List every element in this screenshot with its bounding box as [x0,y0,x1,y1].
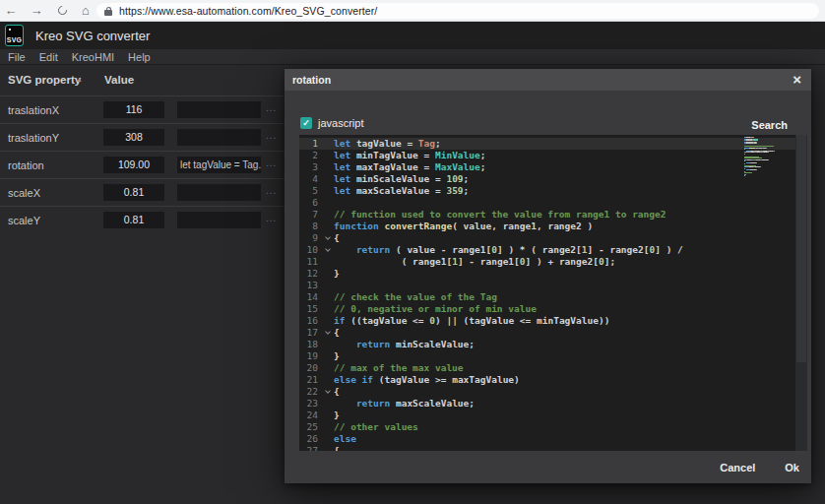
line-number: 19 [299,350,321,362]
code-line: 22{ [299,386,807,398]
fold-chevron-icon[interactable] [321,386,334,398]
fold-chevron-icon[interactable] [321,232,334,244]
line-number: 26 [299,433,321,445]
menu-item-file[interactable]: File [8,51,26,63]
fold-gutter [321,185,334,197]
script-field[interactable] [177,184,261,201]
editor-scrollbar[interactable] [795,135,807,451]
javascript-checkbox[interactable]: ✓ [300,117,312,129]
more-button[interactable]: ... [266,213,277,223]
code-line: 23 return maxScaleValue; [299,398,807,410]
column-header-svg-property[interactable]: SVG property [8,74,81,86]
url-text: https://www.esa-automation.com/Kreo_SVG_… [119,5,377,17]
line-number: 1 [299,138,321,150]
scrollbar-slider[interactable] [796,135,806,362]
table-row: traslationY308... [0,123,291,151]
script-field[interactable]: let tagValue = Tag... [177,157,261,173]
line-number: 22 [299,386,321,398]
line-number: 6 [299,197,321,209]
code-line: 15// 0, negative or minor of min value [299,303,807,315]
value-field[interactable]: 0.81 [103,212,164,228]
code-text: } [334,350,340,362]
script-field[interactable] [177,129,261,146]
back-icon[interactable]: ← [2,2,20,20]
code-line: 4let minScaleValue = 109; [299,173,807,185]
more-button[interactable]: ... [266,158,277,168]
cancel-button[interactable]: Cancel [720,462,755,473]
dialog-title: rotation [292,74,331,86]
fold-gutter [321,173,334,185]
line-number: 5 [299,185,321,197]
minimap[interactable] [744,137,792,177]
line-number: 13 [299,280,321,291]
fold-chevron-icon[interactable] [321,244,334,256]
code-text: // 0, negative or minor of min value [334,303,537,315]
line-number: 23 [299,398,321,410]
code-text: } [334,268,340,280]
code-line: 2let minTagValue = MinValue; [299,150,807,161]
line-number: 12 [299,268,321,280]
code-text: let tagValue = Tag; [334,138,441,150]
fold-chevron-icon[interactable] [321,327,334,339]
script-field[interactable] [177,101,261,118]
line-number: 18 [299,339,321,350]
dialog-footer: Cancel Ok [285,451,811,483]
home-icon[interactable]: ⌂ [77,2,95,20]
property-name: traslationX [8,104,59,116]
column-header-value[interactable]: Value [104,74,134,86]
table-row: scaleY0.81... [0,206,291,233]
value-field[interactable]: 0.81 [103,184,164,201]
line-number: 17 [299,327,321,339]
code-text: return maxScaleValue; [334,398,475,410]
property-name: traslationY [8,132,59,144]
code-line: 19} [299,350,807,362]
code-editor[interactable]: 1let tagValue = Tag;2let minTagValue = M… [299,135,807,451]
fold-gutter [321,256,334,268]
menu-bar: FileEditKreoHMIHelp [0,49,825,65]
code-text: else [334,433,356,445]
code-line: 18 return minScaleValue; [299,339,807,350]
sort-ascending-icon[interactable]: ▲ [76,76,83,83]
menu-item-help[interactable]: Help [128,51,151,63]
checkmark-icon: ✓ [302,117,310,129]
menu-item-edit[interactable]: Edit [39,51,58,63]
forward-icon[interactable]: → [28,2,45,20]
script-field[interactable] [177,212,261,228]
fold-gutter [321,303,334,315]
table-rows: traslationX116...traslationY308...rotati… [0,95,291,233]
more-button[interactable]: ... [266,102,277,113]
code-text: let maxScaleValue = 359; [334,185,469,197]
property-name: scaleX [8,187,40,199]
language-row: ✓ javascript [300,116,363,129]
code-line: 14// check the value of the Tag [299,291,807,303]
menu-item-kreohmi[interactable]: KreoHMI [72,51,114,63]
search-button[interactable]: Search [751,119,788,131]
more-button[interactable]: ... [266,185,277,196]
code-line: 7// function used to convert the value f… [299,209,807,220]
code-text: // other values [334,421,418,433]
line-number: 15 [299,303,321,315]
more-button[interactable]: ... [266,130,277,141]
code-line: 11 ( range1[1] - range1[0] ) + range2[0]… [299,256,807,268]
code-line: 12} [299,268,807,280]
fold-gutter [321,280,334,291]
code-line: 25// other values [299,421,807,433]
code-text: { [334,232,340,244]
value-field[interactable]: 109.00 [103,157,164,173]
value-field[interactable]: 116 [103,101,164,118]
line-number: 8 [299,220,321,232]
code-text: function convertRange( value, range1, ra… [334,220,593,232]
value-field[interactable]: 308 [103,129,164,146]
line-number: 24 [299,410,321,421]
ok-button[interactable]: Ok [785,462,799,473]
code-line: 16if ((tagValue <= 0) || (tagValue <= mi… [299,315,807,327]
fold-gutter [321,315,334,327]
code-text [334,197,340,209]
close-icon[interactable]: × [793,70,801,90]
reload-icon[interactable] [53,2,71,20]
app-title: Kreo SVG converter [35,29,150,43]
browser-toolbar: ← → ⌂ https://www.esa-automation.com/Kre… [0,0,825,22]
line-number: 9 [299,232,321,244]
fold-gutter [321,374,334,386]
address-bar[interactable]: https://www.esa-automation.com/Kreo_SVG_… [96,3,819,19]
